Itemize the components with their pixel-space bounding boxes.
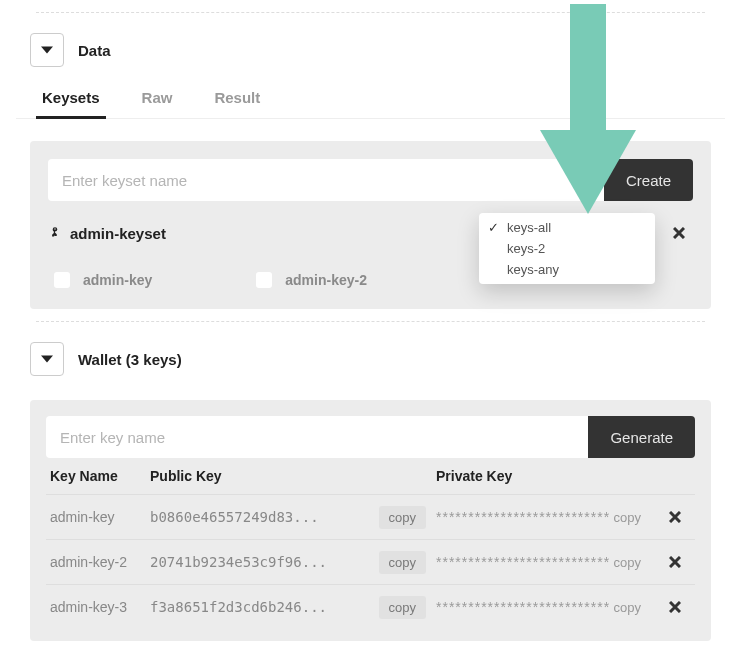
chevron-down-icon [41,353,53,365]
cell-key-name: admin-key-3 [46,585,146,630]
cell-public-key: f3a8651f2d3cd6b246... [146,585,375,630]
cell-public-key: 20741b9234e53c9f96... [146,540,375,585]
keyset-name: admin-keyset [70,225,166,242]
col-public-key: Public Key [146,458,432,495]
checkbox-label: admin-key-2 [285,272,367,288]
cell-private-key: ***************************copy [432,540,657,585]
cell-key-name: admin-key [46,495,146,540]
close-icon [669,601,681,613]
private-key-masked: *************************** [436,599,610,615]
col-private-key: Private Key [432,458,657,495]
key-check-admin-key[interactable]: admin-key [50,269,152,291]
dropdown-item-label: keys-all [507,220,551,235]
copy-private-button[interactable]: copy [608,599,647,616]
tab-result[interactable]: Result [208,81,266,118]
close-icon [669,511,681,523]
cell-private-key: ***************************copy [432,585,657,630]
col-key-name: Key Name [46,458,146,495]
dropdown-item-label: keys-any [507,262,559,277]
tabs: Keysets Raw Result [16,81,725,119]
generate-button[interactable]: Generate [588,416,695,458]
svg-marker-2 [41,46,53,53]
keyset-icon [48,226,62,240]
cell-key-name: admin-key-2 [46,540,146,585]
table-row: admin-keyb0860e46557249d83...copy*******… [46,495,695,540]
svg-marker-3 [41,355,53,362]
divider [36,321,705,322]
copy-public-button[interactable]: copy [379,506,426,529]
dropdown-item-keys-any[interactable]: keys-any [479,259,655,280]
key-check-admin-key-2[interactable]: admin-key-2 [252,269,367,291]
delete-key-button[interactable] [661,548,689,576]
checkbox[interactable] [256,272,272,288]
table-row: admin-key-220741b9234e53c9f96...copy****… [46,540,695,585]
cell-public-key: b0860e46557249d83... [146,495,375,540]
dropdown-item-keys-2[interactable]: keys-2 [479,238,655,259]
section-title-wallet: Wallet (3 keys) [78,351,182,368]
checkbox-label: admin-key [83,272,152,288]
chevron-down-icon [41,44,53,56]
private-key-masked: *************************** [436,554,610,570]
copy-public-button[interactable]: copy [379,596,426,619]
private-key-masked: *************************** [436,509,610,525]
collapse-wallet-button[interactable] [30,342,64,376]
check-icon: ✓ [487,220,499,235]
tab-raw[interactable]: Raw [136,81,179,118]
copy-private-button[interactable]: copy [608,554,647,571]
predicate-dropdown[interactable]: ✓ keys-all keys-2 keys-any [479,213,655,284]
divider [36,12,705,13]
copy-public-button[interactable]: copy [379,551,426,574]
create-button[interactable]: Create [604,159,693,201]
dropdown-item-keys-all[interactable]: ✓ keys-all [479,217,655,238]
checkbox[interactable] [54,272,70,288]
wallet-table: Key Name Public Key Private Key admin-ke… [46,458,695,629]
collapse-data-button[interactable] [30,33,64,67]
keysets-panel: Create admin-keyset admin-key [30,141,711,309]
copy-private-button[interactable]: copy [608,509,647,526]
section-title-data: Data [78,42,111,59]
delete-keyset-button[interactable] [665,219,693,247]
dropdown-item-label: keys-2 [507,241,545,256]
close-icon [669,556,681,568]
cell-private-key: ***************************copy [432,495,657,540]
delete-key-button[interactable] [661,503,689,531]
close-icon [673,227,685,239]
delete-key-button[interactable] [661,593,689,621]
tab-keysets[interactable]: Keysets [36,81,106,119]
wallet-panel: Generate Key Name Public Key Private Key… [30,400,711,641]
key-name-input[interactable] [46,416,588,458]
keyset-name-input[interactable] [48,159,604,201]
table-row: admin-key-3f3a8651f2d3cd6b246...copy****… [46,585,695,630]
